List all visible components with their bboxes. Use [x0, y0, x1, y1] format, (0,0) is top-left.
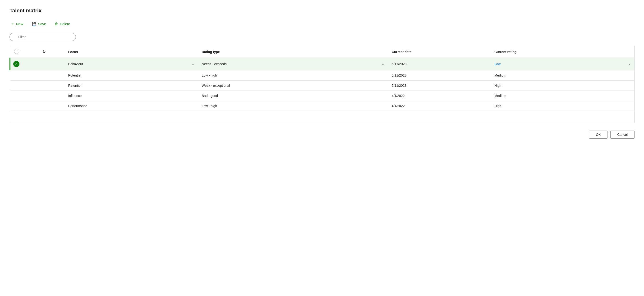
row-select-cell[interactable]: [10, 101, 39, 111]
rating-type-value: Weak - exceptional: [202, 84, 230, 87]
rating-type-value: Needs - exceeds: [202, 62, 227, 66]
delete-button[interactable]: 🗑 Delete: [53, 21, 71, 27]
empty-row: [10, 111, 634, 123]
row-current-date-cell: 5/11/2023: [388, 70, 490, 81]
date-value: 5/11/2023: [392, 62, 406, 66]
save-button[interactable]: 💾 Save: [30, 21, 48, 27]
rating-link[interactable]: Low: [494, 62, 500, 66]
current-date-header: Current date: [388, 46, 490, 58]
row-current-rating-cell: Medium: [490, 91, 634, 101]
focus-value: Retention: [68, 84, 82, 87]
date-value: 5/11/2023: [392, 84, 406, 87]
table-row[interactable]: InfluenceBad - good4/1/2022Medium: [10, 91, 634, 101]
rating-type-value: Low - high: [202, 73, 217, 77]
save-icon: 💾: [32, 21, 36, 26]
focus-value: Behaviour: [68, 62, 83, 66]
rating-value: Medium: [494, 73, 506, 77]
focus-value: Performance: [68, 104, 87, 108]
row-current-rating-cell[interactable]: Low⌄: [490, 58, 634, 70]
new-button[interactable]: ＋ New: [10, 20, 25, 27]
ok-button[interactable]: OK: [589, 131, 608, 139]
plus-icon: ＋: [11, 21, 15, 26]
row-current-date-cell: 4/1/2022: [388, 101, 490, 111]
rating-type-dropdown-icon[interactable]: ⌄: [382, 62, 384, 66]
cancel-button[interactable]: Cancel: [610, 131, 634, 139]
row-refresh-cell: [39, 70, 64, 81]
rating-dropdown-icon[interactable]: ⌄: [628, 62, 630, 66]
row-select-cell[interactable]: [10, 70, 39, 81]
rating-value: High: [494, 104, 501, 108]
check-icon: ✓: [13, 61, 20, 67]
row-refresh-cell: [39, 101, 64, 111]
select-all-header[interactable]: [10, 46, 39, 58]
row-rating-type-cell: Low - high: [198, 70, 388, 81]
refresh-icon: ↻: [42, 50, 46, 54]
table-row[interactable]: PerformanceLow - high4/1/2022High: [10, 101, 634, 111]
row-current-rating-cell: High: [490, 101, 634, 111]
rating-type-value: Bad - good: [202, 94, 218, 98]
focus-value: Potential: [68, 73, 81, 77]
date-value: 4/1/2022: [392, 104, 405, 108]
filter-input[interactable]: [10, 33, 76, 41]
table-row[interactable]: PotentialLow - high5/11/2023Medium: [10, 70, 634, 81]
data-table: ↻ Focus Rating type Current date Current…: [10, 46, 634, 123]
table-row[interactable]: ✓Behaviour⌄Needs - exceeds⌄5/11/2023Low⌄: [10, 58, 634, 70]
toolbar: ＋ New 💾 Save 🗑 Delete: [10, 20, 634, 27]
trash-icon: 🗑: [54, 22, 58, 26]
footer: OK Cancel: [10, 131, 634, 139]
row-rating-type-cell: Weak - exceptional: [198, 81, 388, 91]
row-focus-cell: Performance: [64, 101, 198, 111]
page-title: Talent matrix: [10, 7, 634, 14]
row-focus-cell[interactable]: Behaviour⌄: [64, 58, 198, 70]
row-refresh-cell: [39, 58, 64, 70]
refresh-header[interactable]: ↻: [39, 46, 64, 58]
row-refresh-cell: [39, 91, 64, 101]
rating-value: Medium: [494, 94, 506, 98]
row-focus-cell: Influence: [64, 91, 198, 101]
row-select-cell[interactable]: [10, 91, 39, 101]
rating-value: High: [494, 84, 501, 87]
row-current-rating-cell: High: [490, 81, 634, 91]
row-current-rating-cell: Medium: [490, 70, 634, 81]
rating-type-header: Rating type: [198, 46, 388, 58]
current-rating-header: Current rating: [490, 46, 634, 58]
row-rating-type-cell: Bad - good: [198, 91, 388, 101]
row-current-date-cell: 5/11/2023: [388, 81, 490, 91]
row-select-cell[interactable]: ✓: [10, 58, 39, 70]
date-value: 4/1/2022: [392, 94, 405, 98]
date-value: 5/11/2023: [392, 73, 406, 77]
focus-header: Focus: [64, 46, 198, 58]
table-row[interactable]: RetentionWeak - exceptional5/11/2023High: [10, 81, 634, 91]
row-refresh-cell: [39, 81, 64, 91]
row-focus-cell: Retention: [64, 81, 198, 91]
row-current-date-cell: 5/11/2023: [388, 58, 490, 70]
focus-value: Influence: [68, 94, 82, 98]
row-select-cell[interactable]: [10, 81, 39, 91]
focus-dropdown-icon[interactable]: ⌄: [192, 62, 194, 66]
filter-container: 🔍: [10, 33, 634, 41]
select-all-circle: [14, 49, 19, 54]
row-rating-type-cell: Low - high: [198, 101, 388, 111]
rating-type-value: Low - high: [202, 104, 217, 108]
row-rating-type-cell[interactable]: Needs - exceeds⌄: [198, 58, 388, 70]
row-focus-cell: Potential: [64, 70, 198, 81]
row-current-date-cell: 4/1/2022: [388, 91, 490, 101]
